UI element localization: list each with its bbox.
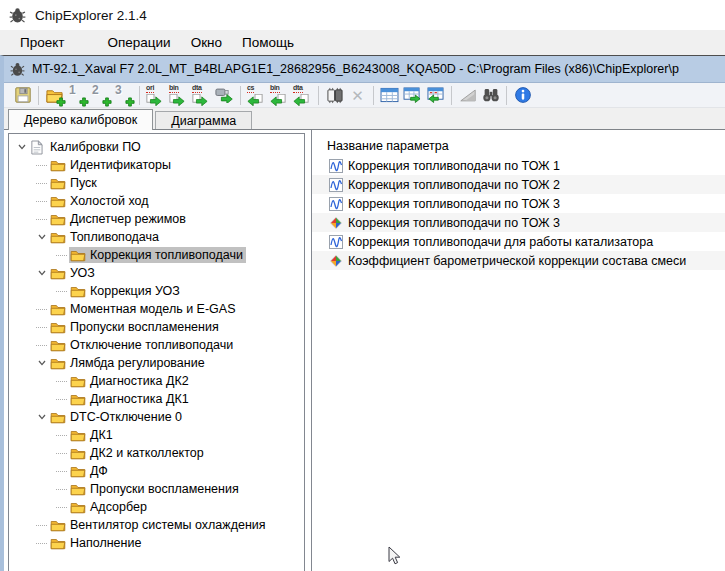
toolbar-separator [139,86,140,105]
tree-item[interactable]: Пропуски воспламенения [9,480,304,498]
export-ori-button[interactable]: ori [144,84,167,107]
tree-expander[interactable] [15,140,29,154]
tree-item[interactable]: Пропуски воспламенения [9,318,304,336]
tree-item[interactable]: ДФ [9,462,304,480]
tree-item-label: Наполнение [70,536,141,550]
chip-beetle-icon [9,7,26,24]
parameter-row[interactable]: Коррекция топливоподачи по ТОЖ 3 [312,194,725,213]
tree-item[interactable]: Идентификаторы [9,156,304,174]
tree-connector [55,374,69,388]
three-plus-icon: 3 [115,83,122,97]
tree-item[interactable]: Диагностика ДК2 [9,372,304,390]
info-icon [514,86,532,104]
tree-item[interactable]: Диагностика ДК1 [9,390,304,408]
export-device-button[interactable] [213,84,236,107]
add-2-button[interactable]: 2 [89,84,112,107]
tree-item[interactable]: Адсорбер [9,498,304,516]
map-3d-icon [328,253,344,269]
chip-compare-button[interactable] [323,84,346,107]
tab-1[interactable]: Дерево калибровок [8,109,153,130]
add-project-button[interactable] [43,84,66,107]
parameter-row[interactable]: Коэффициент барометрической коррекции со… [312,251,725,270]
table-import-button[interactable] [424,84,447,107]
tree-item[interactable]: Отключение топливоподачи [9,336,304,354]
tree-item[interactable]: Вентилятор системы охлаждения [9,516,304,534]
tree-expander[interactable] [35,266,49,280]
tree-expander[interactable] [35,410,49,424]
tree-item-label: ДК2 и катколлектор [90,446,204,460]
scale-triangle-icon [459,87,477,103]
parameter-row[interactable]: Коррекция топливоподачи по ТОЖ 2 [312,175,725,194]
add-3-button[interactable]: 3 [112,84,135,107]
tree-item[interactable]: Пуск [9,174,304,192]
delete-button[interactable]: ✕ [346,84,369,107]
folder-icon [50,537,66,550]
chip-beetle-icon [10,62,25,77]
parameter-list[interactable]: Название параметра Коррекция топливопода… [311,130,725,571]
tree-item[interactable]: Диспетчер режимов [9,210,304,228]
tree-item-label: Пропуски воспламенения [90,482,239,496]
menu-item-3[interactable]: Окно [181,32,232,53]
add-1-button[interactable]: 1 [66,84,89,107]
folder-icon [50,231,66,244]
export-dta-button[interactable]: dta [190,84,213,107]
tree-item[interactable]: ДК1 [9,426,304,444]
parameter-row[interactable]: Коррекция топливоподачи по ТОЖ 3 [312,213,725,232]
folder-icon [70,500,86,514]
tree-item[interactable]: Коррекция топливоподачи [9,246,304,264]
cs-label: cs [247,84,254,93]
plus-icon [79,97,89,107]
tree-item[interactable]: УОЗ [9,264,304,282]
tree-item[interactable]: ДК2 и катколлектор [9,444,304,462]
parameter-row[interactable]: Коррекция топливоподачи для работы катал… [312,232,725,251]
tree-item[interactable]: Топливоподача [9,228,304,246]
bin-label: bin [169,84,179,93]
folder-icon [50,339,66,352]
window-titlebar: ChipExplorer 2.1.4 [0,0,725,30]
calibration-tree[interactable]: Калибровки ПОИдентификаторыПускХолостой … [8,133,305,571]
tree-item-label: Идентификаторы [70,158,171,172]
folder-icon [70,248,86,262]
tree-item[interactable]: Коррекция УОЗ [9,282,304,300]
folder-icon [50,177,66,190]
document-titlebar[interactable]: MT-92.1_Xaval F7 2.0L_MT_B4BLAPG1E1_2868… [4,56,725,83]
tree-expander[interactable] [35,356,49,370]
tab-2[interactable]: Диаграмма [155,111,252,129]
plus-icon [125,97,135,107]
menu-item-2[interactable]: Операции [97,32,180,53]
tree-item-label: Адсорбер [90,500,147,514]
tree-expander[interactable] [35,230,49,244]
parameter-row[interactable]: Коррекция топливоподачи по ТОЖ 1 [312,156,725,175]
menu-item-1[interactable]: Проект [10,32,74,53]
import-dta-button[interactable]: dta [291,84,314,107]
table-export-button[interactable] [401,84,424,107]
save-button[interactable] [11,84,34,107]
dta-label: dta [192,84,202,93]
export-bin-button[interactable]: bin [167,84,190,107]
save-floppy-icon [14,86,32,104]
folder-icon [50,176,66,190]
menu-item-4[interactable]: Помощь [232,32,304,53]
tree-item[interactable]: Моментная модель и E-GAS [9,300,304,318]
table-view-button[interactable] [378,84,401,107]
search-button[interactable] [479,84,502,107]
tree-item[interactable]: Холостой ход [9,192,304,210]
curve-2d-icon [328,196,344,212]
tree-item[interactable]: Лямбда регулирование [9,354,304,372]
folder-icon [50,159,66,172]
tree-connector [35,212,49,226]
import-cs-button[interactable]: cs [245,84,268,107]
curve-2d-icon [328,196,344,212]
parameter-list-header[interactable]: Название параметра [312,135,725,156]
curve-2d-icon [328,177,344,193]
tree-item-label: Холостой ход [70,194,149,208]
scale-button[interactable] [456,84,479,107]
tree-item[interactable]: Калибровки ПО [9,138,304,156]
tree-item[interactable]: Наполнение [9,534,304,552]
calibration-tab-page: Калибровки ПОИдентификаторыПускХолостой … [4,129,725,571]
document-icon [30,140,46,154]
info-button[interactable] [511,84,534,107]
tree-item[interactable]: DTC-Отключение 0 [9,408,304,426]
toolbar-separator [451,86,452,105]
import-bin-button[interactable]: bin [268,84,291,107]
